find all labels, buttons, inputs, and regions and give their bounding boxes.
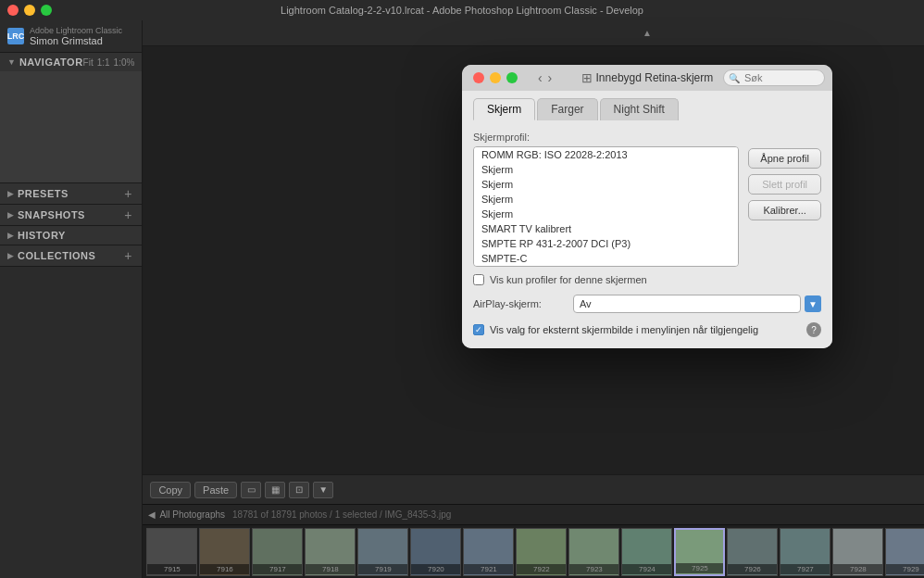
airplay-row: AirPlay-skjerm: Av ▼ [473, 295, 821, 313]
modal-titlebar: ‹ › ⊞ Innebygd Retina-skjerm 🔍 [462, 65, 832, 91]
main-canvas: ‹ › ⊞ Innebygd Retina-skjerm 🔍 [143, 46, 924, 474]
filmstrip-all-photos[interactable]: All Photographs [159, 509, 225, 520]
film-thumb-7927[interactable]: 7927 [780, 528, 830, 576]
profile-item-4[interactable]: Skjerm [474, 207, 738, 221]
modal-title: Innebygd Retina-skjerm [596, 71, 714, 84]
tab-farger[interactable]: Farger [537, 98, 597, 120]
copy-button[interactable]: Copy [150, 482, 191, 498]
nav-fit-label[interactable]: Fit [83, 57, 94, 68]
film-thumb-7915[interactable]: 7915 [146, 528, 197, 576]
modal-traffic-lights [473, 72, 518, 83]
profile-item-1[interactable]: Skjerm [474, 162, 738, 177]
film-thumb-7916[interactable]: 7916 [199, 528, 250, 576]
filter-checkbox[interactable] [473, 274, 484, 285]
main-layout: LRC Adobe Lightroom Classic Simon Grimst… [0, 20, 924, 578]
view-mode-3[interactable]: ⊡ [289, 482, 309, 498]
navigator-title: Navigator [19, 57, 83, 68]
snapshots-title: Snapshots [18, 209, 85, 220]
film-thumb-7917[interactable]: 7917 [252, 528, 303, 576]
filter-checkbox-label[interactable]: Vis kun profiler for denne skjermen [490, 274, 647, 285]
paste-button[interactable]: Paste [194, 482, 237, 498]
modal-back-button[interactable]: ‹ [536, 70, 544, 85]
presets-panel-header[interactable]: ▶ Presets + [0, 183, 142, 204]
close-button[interactable] [7, 5, 19, 16]
film-thumb-7921[interactable]: 7921 [463, 528, 514, 576]
presets-header-left: ▶ Presets [7, 188, 69, 199]
profile-item-3[interactable]: Skjerm [474, 192, 738, 207]
film-thumb-7918[interactable]: 7918 [305, 528, 356, 576]
view-mode-1[interactable]: ▭ [241, 482, 261, 498]
film-thumb-7924[interactable]: 7924 [621, 528, 672, 576]
lr-header: LRC Adobe Lightroom Classic Simon Grimst… [0, 20, 142, 53]
window-title: Lightroom Catalog-2-2-v10.lrcat - Adobe … [281, 5, 643, 16]
menu-checkbox-row: ✓ Vis valg for eksternt skjermbilde i me… [473, 322, 821, 337]
modal-tabs: Skjerm Farger Night Shift [462, 91, 832, 120]
app-window: Lightroom Catalog-2-2-v10.lrcat - Adobe … [0, 0, 924, 578]
view-mode-2[interactable]: ▦ [265, 482, 285, 498]
profile-item-2[interactable]: Skjerm [474, 177, 738, 192]
collections-add-button[interactable]: + [121, 249, 134, 262]
filmstrip-nav-icon[interactable]: ◀ [148, 509, 156, 520]
open-profile-button[interactable]: Åpne profil [748, 148, 821, 169]
delete-profile-button[interactable]: Slett profil [748, 174, 821, 195]
profile-buttons: Åpne profil Slett profil Kalibrer... [748, 132, 821, 285]
filmstrip: ◀ All Photographs 18781 of 18791 photos … [143, 504, 924, 578]
history-title: History [18, 230, 66, 241]
airplay-select-container: Av ▼ [573, 295, 821, 313]
collections-header-left: ▶ Collections [7, 250, 95, 261]
film-thumb-7926[interactable]: 7926 [727, 528, 778, 576]
profile-item-7[interactable]: SMPTE-C [474, 251, 738, 266]
film-thumb-7920[interactable]: 7920 [410, 528, 461, 576]
collections-panel-header[interactable]: ▶ Collections + [0, 245, 142, 266]
center-area: ▲ ‹ [143, 20, 924, 578]
airplay-select-arrow[interactable]: ▼ [805, 295, 821, 312]
tab-skjerm[interactable]: Skjerm [473, 98, 535, 120]
tab-nightshift[interactable]: Night Shift [600, 98, 679, 120]
view-mode-4[interactable]: ▼ [313, 482, 333, 498]
modal-overlay: ‹ › ⊞ Innebygd Retina-skjerm 🔍 [143, 46, 924, 474]
airplay-label: AirPlay-skjerm: [473, 298, 566, 309]
menu-checkbox[interactable]: ✓ [473, 324, 484, 335]
modal-maximize-button[interactable] [506, 72, 518, 83]
profile-item-5[interactable]: SMART TV kalibrert [474, 221, 738, 236]
profile-item-8[interactable]: sRGB IEC61966-2.1 [474, 266, 738, 267]
snapshots-arrow: ▶ [7, 210, 14, 220]
film-thumb-7925[interactable]: 7925 [674, 528, 725, 576]
presets-panel: ▶ Presets + [0, 183, 142, 205]
maximize-button[interactable] [41, 5, 52, 16]
filmstrip-toolbar: ◀ All Photographs 18781 of 18791 photos … [143, 505, 924, 525]
collections-panel: ▶ Collections + [0, 245, 142, 267]
modal-title-area: ⊞ Innebygd Retina-skjerm [581, 70, 714, 85]
collections-title: Collections [18, 250, 95, 261]
presets-add-button[interactable]: + [121, 187, 134, 200]
modal-grid-button[interactable]: ⊞ [581, 70, 593, 85]
profile-list[interactable]: ROMM RGB: ISO 22028-2:2013 Skjerm Skjerm… [473, 146, 739, 267]
history-panel-header[interactable]: ▶ History [0, 226, 142, 245]
minimize-button[interactable] [24, 5, 35, 16]
help-button[interactable]: ? [806, 322, 821, 337]
modal-close-button[interactable] [473, 72, 484, 83]
film-thumb-7922[interactable]: 7922 [516, 528, 567, 576]
search-icon: 🔍 [729, 73, 740, 83]
modal-minimize-button[interactable] [490, 72, 501, 83]
profile-item-0[interactable]: ROMM RGB: ISO 22028-2:2013 [474, 147, 738, 162]
navigator-arrow: ▼ [7, 57, 16, 67]
film-thumb-7929[interactable]: 7929 [885, 528, 924, 576]
profile-item-6[interactable]: SMPTE RP 431-2-2007 DCI (P3) [474, 236, 738, 251]
snapshots-panel: ▶ Snapshots + [0, 205, 142, 226]
left-sidebar: LRC Adobe Lightroom Classic Simon Grimst… [0, 20, 143, 578]
navigator-panel-header[interactable]: ▼ Navigator Fit 1:1 1:0% [0, 53, 142, 71]
lr-app-name: Adobe Lightroom Classic [30, 26, 122, 35]
film-thumb-7923[interactable]: 7923 [568, 528, 619, 576]
airplay-select[interactable]: Av [573, 295, 801, 313]
film-thumb-7928[interactable]: 7928 [832, 528, 883, 576]
modal-forward-button[interactable]: › [546, 70, 555, 85]
lr-user-name: Simon Grimstad [30, 35, 122, 46]
snapshots-add-button[interactable]: + [121, 208, 134, 221]
nav-zoom1-label[interactable]: 1:1 [97, 57, 110, 68]
modal-nav-buttons: ‹ › [536, 70, 554, 85]
nav-zoom2-label[interactable]: 1:0% [114, 57, 135, 68]
calibrate-button[interactable]: Kalibrer... [748, 200, 821, 220]
film-thumb-7919[interactable]: 7919 [357, 528, 408, 576]
snapshots-panel-header[interactable]: ▶ Snapshots + [0, 205, 142, 225]
